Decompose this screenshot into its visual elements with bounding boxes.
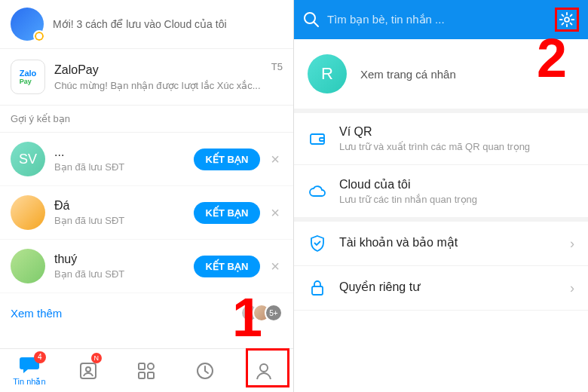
friend-name: Đá (54, 199, 194, 213)
avatar (11, 249, 45, 283)
nav-timeline[interactable] (178, 351, 232, 390)
friend-suggestion-row[interactable]: Đá Bạn đã lưu SĐT KẾT BẠN × (0, 186, 293, 240)
friend-name: ... (54, 145, 194, 159)
search-placeholder: Tìm bạn bè, tin nhắn ... (327, 13, 547, 26)
see-more-row[interactable]: Xem thêm 5+ (0, 293, 293, 332)
grid-icon (136, 360, 157, 381)
contacts-badge: N (91, 353, 102, 363)
search-icon (303, 11, 320, 28)
messages-badge: 4 (34, 351, 46, 363)
friend-name: thuý (54, 253, 194, 266)
zalopay-subtitle: Chúc mừng! Bạn nhận được lượt lắc Xúc xắ… (54, 80, 265, 91)
svg-point-1 (86, 367, 90, 372)
friend-suggest-header: Gợi ý kết bạn (0, 106, 293, 133)
chevron-right-icon: › (570, 280, 574, 296)
menu-title: Quyền riêng tư (339, 280, 558, 294)
nav-label: Tin nhắn (13, 377, 45, 387)
see-more-link[interactable]: Xem thêm (11, 307, 247, 320)
gear-icon[interactable] (559, 11, 575, 28)
friend-suggestion-row[interactable]: thuý Bạn đã lưu SĐT KẾT BẠN × (0, 240, 293, 293)
svg-rect-11 (311, 134, 324, 144)
lock-icon (308, 278, 327, 298)
zalopay-conversation-row[interactable]: Zalo Pay ZaloPay Chúc mừng! Bạn nhận đượ… (0, 49, 293, 106)
menu-sub: Lưu trữ các tin nhắn quan trọng (339, 194, 574, 205)
wallet-icon (308, 129, 327, 149)
search-bar[interactable]: Tìm bạn bè, tin nhắn ... (294, 0, 588, 39)
cloud-tip-row[interactable]: Mới! 3 cách để lưu vào Cloud của tôi (0, 0, 293, 49)
menu-privacy[interactable]: Quyền riêng tư › (294, 266, 588, 311)
cloud-icon (308, 182, 327, 201)
zalopay-title: ZaloPay (54, 63, 265, 77)
more-avatars: 5+ (247, 304, 283, 322)
avatar (11, 195, 45, 230)
nav-contacts[interactable]: N (61, 351, 115, 390)
add-friend-button[interactable]: KẾT BẠN (194, 149, 261, 170)
profile-avatar: R (308, 54, 347, 93)
contacts-icon (78, 360, 99, 381)
add-friend-button[interactable]: KẾT BẠN (194, 202, 261, 224)
shield-icon (308, 234, 327, 253)
svg-rect-3 (148, 363, 154, 369)
svg-rect-2 (139, 363, 145, 369)
menu-sub: Lưu trữ và xuất trình các mã QR quan trọ… (339, 141, 574, 152)
nav-discover[interactable] (119, 351, 173, 390)
left-screen: Mới! 3 cách để lưu vào Cloud của tôi Zal… (0, 0, 294, 392)
dismiss-icon[interactable]: × (268, 148, 283, 171)
dismiss-icon[interactable]: × (268, 255, 283, 278)
menu-title: Tài khoản và bảo mật (339, 235, 558, 250)
menu-my-cloud[interactable]: Cloud của tôi Lưu trữ các tin nhắn quan … (294, 165, 588, 222)
profile-row[interactable]: R Xem trang cá nhân (294, 39, 588, 113)
cloud-tip-text: Mới! 3 cách để lưu vào Cloud của tôi (53, 18, 227, 30)
add-friend-button[interactable]: KẾT BẠN (194, 256, 261, 277)
friend-suggestion-row[interactable]: SV ... Bạn đã lưu SĐT KẾT BẠN × (0, 133, 293, 186)
cloud-avatar-icon (11, 8, 44, 41)
svg-rect-4 (139, 372, 145, 378)
friend-sub: Bạn đã lưu SĐT (54, 215, 194, 226)
menu-title: Ví QR (339, 125, 574, 139)
right-screen: Tìm bạn bè, tin nhắn ... R Xem trang cá … (294, 0, 588, 392)
settings-highlight (555, 8, 579, 32)
menu-account-security[interactable]: Tài khoản và bảo mật › (294, 222, 588, 266)
svg-rect-5 (148, 372, 154, 378)
dismiss-icon[interactable]: × (268, 201, 283, 225)
avatar-count: 5+ (265, 304, 283, 322)
zalopay-icon: Zalo Pay (11, 60, 45, 94)
avatar: SV (11, 142, 45, 176)
friend-sub: Bạn đã lưu SĐT (54, 161, 194, 173)
nav-messages[interactable]: 4 Tin nhắn (2, 351, 57, 390)
friend-sub: Bạn đã lưu SĐT (54, 268, 194, 280)
clock-icon (194, 360, 216, 381)
menu-title: Cloud của tôi (339, 177, 574, 191)
profile-label: Xem trang cá nhân (360, 68, 456, 81)
menu-qr-wallet[interactable]: Ví QR Lưu trữ và xuất trình các mã QR qu… (294, 113, 588, 165)
annotation-highlight-profile (246, 348, 289, 387)
svg-line-9 (314, 22, 318, 26)
chevron-right-icon: › (570, 236, 574, 252)
zalopay-body: ZaloPay Chúc mừng! Bạn nhận được lượt lắ… (54, 63, 265, 91)
svg-rect-13 (312, 286, 323, 295)
zalopay-time: T5 (271, 61, 283, 72)
svg-point-10 (565, 17, 569, 22)
svg-rect-12 (320, 138, 324, 141)
